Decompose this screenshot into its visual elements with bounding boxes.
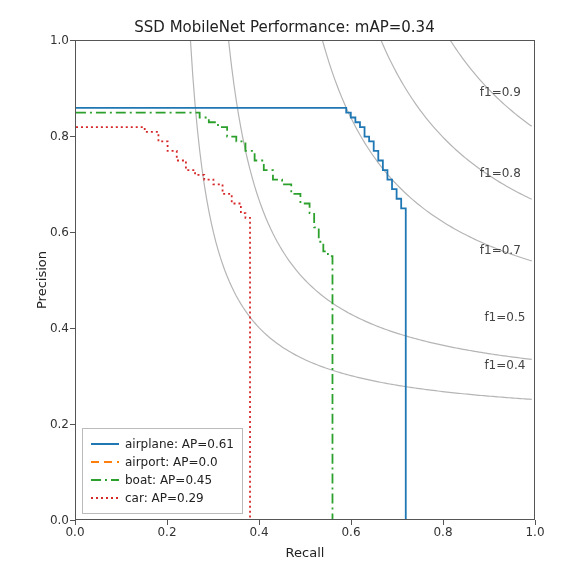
legend-entry: boat: AP=0.45 xyxy=(91,471,234,489)
legend-label: car: AP=0.29 xyxy=(125,491,204,505)
legend-label: airplane: AP=0.61 xyxy=(125,437,234,451)
legend: airplane: AP=0.61airport: AP=0.0boat: AP… xyxy=(82,428,243,514)
y-tick: 0.8 xyxy=(50,129,69,143)
x-tick: 0.4 xyxy=(249,525,268,539)
y-axis-label: Precision xyxy=(34,251,49,309)
legend-entry: airport: AP=0.0 xyxy=(91,453,234,471)
legend-swatch xyxy=(91,473,119,487)
iso-f1-curve xyxy=(392,41,532,126)
iso-f1-label: f1=0.5 xyxy=(484,310,525,324)
legend-entry: airplane: AP=0.61 xyxy=(91,435,234,453)
y-tick: 0.2 xyxy=(50,417,69,431)
legend-entry: car: AP=0.29 xyxy=(91,489,234,507)
x-tick: 0.8 xyxy=(433,525,452,539)
legend-swatch xyxy=(91,437,119,451)
iso-f1-label: f1=0.8 xyxy=(480,166,521,180)
iso-f1-label: f1=0.7 xyxy=(480,243,521,257)
y-tick: 1.0 xyxy=(50,33,69,47)
chart-title: SSD MobileNet Performance: mAP=0.34 xyxy=(0,18,569,36)
x-axis-label: Recall xyxy=(75,545,535,560)
iso-f1-curve xyxy=(296,41,532,261)
y-tick: 0.4 xyxy=(50,321,69,335)
x-tick: 0.0 xyxy=(65,525,84,539)
figure: SSD MobileNet Performance: mAP=0.34 Prec… xyxy=(0,0,569,577)
y-tick: 0.6 xyxy=(50,225,69,239)
iso-f1-label: f1=0.4 xyxy=(484,358,525,372)
legend-label: airport: AP=0.0 xyxy=(125,455,218,469)
legend-swatch xyxy=(91,455,119,469)
y-tick: 0.0 xyxy=(50,513,69,527)
x-tick: 0.2 xyxy=(157,525,176,539)
iso-f1-label: f1=0.9 xyxy=(480,85,521,99)
x-tick: 1.0 xyxy=(525,525,544,539)
legend-swatch xyxy=(91,491,119,505)
x-tick: 0.6 xyxy=(341,525,360,539)
legend-label: boat: AP=0.45 xyxy=(125,473,212,487)
